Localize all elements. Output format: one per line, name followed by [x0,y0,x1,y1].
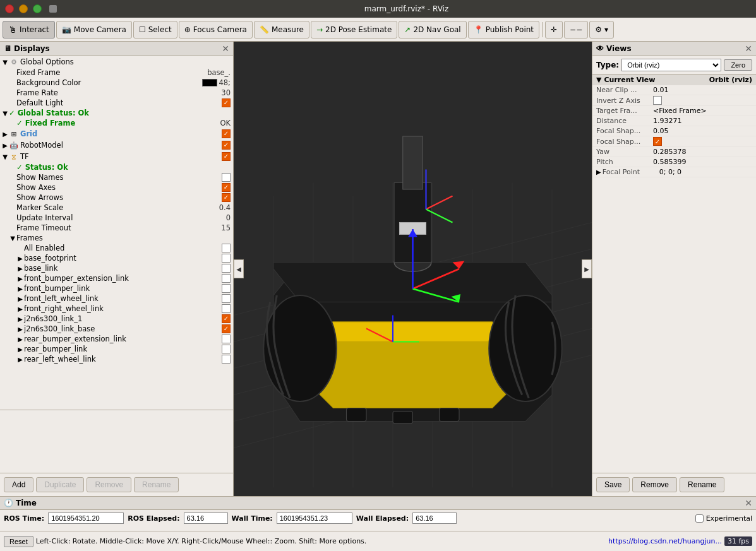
fixed-frame-status-row[interactable]: ✓ Fixed Frame OK [0,118,233,128]
toolbar-options-button[interactable]: −− [564,21,588,39]
near-clip-value: 0.01 [653,86,752,94]
remove-display-button[interactable]: Remove [87,477,131,492]
minimize-button[interactable] [19,4,28,13]
show-names-row[interactable]: Show Names [0,172,233,182]
zero-button[interactable]: Zero [724,59,752,71]
robot-model-row[interactable]: ▶ 🤖 RobotModel [0,139,233,151]
close-button[interactable] [5,4,14,13]
default-light-row[interactable]: Default Light [0,98,233,108]
frame-timeout-label: Frame Timeout [16,223,221,232]
reset-button[interactable]: Reset [4,536,33,547]
show-arrows-row[interactable]: Show Arrows [0,193,233,203]
maximize-button[interactable] [33,4,42,13]
show-axes-checkbox[interactable] [222,183,231,192]
base-link-checkbox[interactable] [222,264,231,273]
rear-bumper-ext-checkbox[interactable] [222,335,231,343]
select-button[interactable]: ☐ Select [133,21,177,39]
ros-time-input[interactable] [48,512,124,524]
grid-checkbox[interactable] [222,129,231,138]
views-close-button[interactable]: ✕ [745,44,752,54]
time-close-button[interactable]: ✕ [745,498,752,508]
wall-time-input[interactable] [277,512,352,524]
svg-rect-23 [440,408,460,422]
viewport-left-arrow[interactable]: ◀ [234,259,244,278]
viewport-3d[interactable]: ◀ [234,42,592,496]
grid-row[interactable]: ▶ ⊞ Grid [0,128,233,139]
settings-button[interactable]: ⚙ ▾ [589,21,614,39]
displays-header: 🖥 Displays ✕ [0,42,233,56]
frame-timeout-row[interactable]: Frame Timeout 15 [0,223,233,233]
target-frame-key: Target Fra... [596,107,653,115]
j2n6s300-link-base-checkbox[interactable] [222,324,231,333]
add-toolbar-button[interactable]: ✛ [545,21,563,39]
invert-z-checkbox[interactable] [653,96,662,105]
rear-left-wheel-row[interactable]: ▶ rear_left_wheel_link [0,354,233,364]
front-bumper-checkbox[interactable] [222,284,231,293]
experimental-checkbox[interactable] [695,514,704,523]
j2n6s300-link1-checkbox[interactable] [222,314,231,323]
background-color-row[interactable]: Background Color 48; [0,78,233,88]
front-bumper-row[interactable]: ▶ front_bumper_link [0,283,233,293]
ros-elapsed-input[interactable] [184,512,228,524]
pose-estimate-button[interactable]: → 2D Pose Estimate [311,21,397,39]
focal-point-row[interactable]: ▶ Focal Point 0; 0; 0 [592,167,756,177]
update-interval-row[interactable]: Update Interval 0 [0,213,233,223]
rear-bumper-checkbox[interactable] [222,345,231,353]
all-enabled-row[interactable]: All Enabled [0,243,233,253]
j2n6s300-link1-row[interactable]: ▶ j2n6s300_link_1 [0,314,233,324]
rear-bumper-ext-row[interactable]: ▶ rear_bumper_extension_link [0,334,233,344]
interact-button[interactable]: 🖱 Interact [3,21,55,39]
front-left-wheel-checkbox[interactable] [222,294,231,303]
rear-bumper-ext-label: rear_bumper_extension_link [24,335,222,343]
marker-scale-row[interactable]: Marker Scale 0.4 [0,203,233,213]
rename-display-button[interactable]: Rename [134,477,179,492]
focus-camera-button[interactable]: ⊕ Focus Camera [179,21,253,39]
tf-row[interactable]: ▼ ⧖ TF [0,151,233,162]
robot-model-checkbox[interactable] [222,141,231,150]
show-axes-row[interactable]: Show Axes [0,182,233,193]
3d-scene[interactable] [234,42,592,496]
fixed-frame-row[interactable]: Fixed Frame base_. [0,68,233,78]
statusbar: Reset Left-Click: Rotate. Middle-Click: … [0,531,756,551]
focal-shape2-checkbox[interactable]: ✓ [653,137,662,146]
frame-rate-row[interactable]: Frame Rate 30 [0,88,233,98]
frames-section-row[interactable]: ▼ Frames [0,233,233,243]
front-right-wheel-checkbox[interactable] [222,304,231,313]
tf-icon: ⧖ [9,151,19,162]
j2n6s300-link-base-row[interactable]: ▶ j2n6s300_link_base [0,324,233,334]
show-names-checkbox[interactable] [222,173,231,182]
rear-bumper-row[interactable]: ▶ rear_bumper_link [0,344,233,354]
all-enabled-checkbox[interactable] [222,244,231,252]
tf-checkbox[interactable] [222,152,231,161]
default-light-checkbox[interactable] [222,98,231,107]
add-display-button[interactable]: Add [4,477,33,492]
expand-arrow: ▶ [1,142,9,149]
global-options-row[interactable]: ▼ ⚙ Global Options [0,56,233,68]
expand-arrow: ▶ [16,346,24,353]
base-footprint-checkbox[interactable] [222,254,231,263]
remove-view-button[interactable]: Remove [632,477,677,492]
publish-point-button[interactable]: 📍 Publish Point [468,21,539,39]
global-status-row[interactable]: ▼ ✓ Global Status: Ok [0,108,233,118]
wall-elapsed-input[interactable] [412,512,457,524]
expand-arrow: ▶ [16,336,24,343]
views-panel: 👁 Views ✕ Type: Orbit (rviz) Zero ▼ Curr… [592,42,756,496]
front-bumper-ext-checkbox[interactable] [222,274,231,283]
front-bumper-ext-row[interactable]: ▶ front_bumper_extension_link [0,273,233,283]
nav-goal-button[interactable]: ↗ 2D Nav Goal [399,21,466,39]
rear-left-wheel-checkbox[interactable] [222,355,231,364]
move-camera-button[interactable]: 📷 Move Camera [56,21,132,39]
viewport-right-arrow[interactable]: ▶ [582,259,592,278]
show-arrows-checkbox[interactable] [222,193,231,202]
duplicate-display-button[interactable]: Duplicate [36,477,84,492]
type-select[interactable]: Orbit (rviz) [621,59,721,71]
base-link-row[interactable]: ▶ base_link [0,263,233,273]
measure-button[interactable]: 📏 Measure [254,21,309,39]
front-right-wheel-row[interactable]: ▶ front_right_wheel_link [0,304,233,314]
front-left-wheel-row[interactable]: ▶ front_left_wheel_link [0,293,233,304]
displays-close-button[interactable]: ✕ [222,44,229,54]
save-view-button[interactable]: Save [596,477,630,492]
base-footprint-row[interactable]: ▶ base_footprint [0,253,233,263]
rename-view-button[interactable]: Rename [680,477,724,492]
current-view-section[interactable]: ▼ Current View Orbit (rviz) [592,74,756,85]
